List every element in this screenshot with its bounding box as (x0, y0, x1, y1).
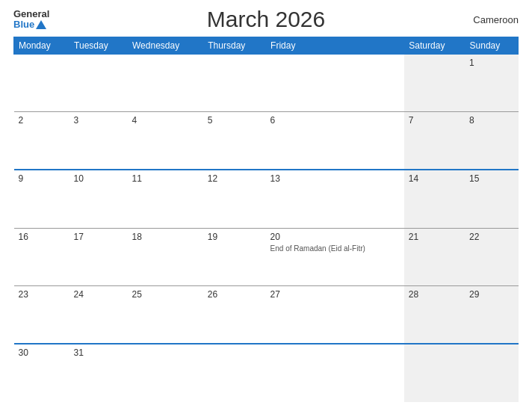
calendar-day-cell: 31 (69, 344, 128, 402)
calendar-day-cell: 10 (69, 170, 128, 228)
day-number: 16 (19, 232, 65, 242)
day-number: 8 (469, 115, 513, 126)
calendar-day-cell: 28 (404, 286, 465, 344)
calendar-day-cell: 8 (465, 112, 518, 170)
calendar-day-cell: 27 (266, 286, 404, 344)
day-number: 6 (270, 115, 400, 126)
day-number: 7 (409, 115, 460, 126)
calendar-day-cell (465, 344, 518, 402)
logo-general-text: General (13, 9, 49, 19)
calendar-day-cell: 2 (14, 112, 69, 170)
calendar-week-row: 1617181920End of Ramadan (Eid al-Fitr)21… (14, 228, 519, 286)
calendar-table: MondayTuesdayWednesdayThursdayFridaySatu… (13, 37, 519, 402)
calendar-day-cell: 16 (14, 228, 69, 286)
day-number: 13 (270, 173, 400, 184)
day-number: 21 (409, 232, 460, 242)
calendar-day-cell: 21 (404, 228, 465, 286)
weekday-header-monday: Monday (14, 37, 69, 54)
calendar-day-cell: 7 (404, 112, 465, 170)
calendar-day-cell: 19 (203, 228, 266, 286)
calendar-day-cell: 23 (14, 286, 69, 344)
day-number: 31 (74, 347, 123, 358)
logo-blue-text: Blue (13, 19, 46, 30)
day-number: 19 (208, 232, 262, 242)
weekday-header-thursday: Thursday (203, 37, 266, 54)
calendar-day-cell: 25 (128, 286, 203, 344)
day-number: 3 (74, 115, 123, 126)
logo-triangle-icon (36, 20, 46, 29)
day-number: 4 (132, 115, 199, 126)
day-number: 29 (469, 289, 513, 300)
calendar-day-cell: 11 (128, 170, 203, 228)
calendar-day-cell: 5 (203, 112, 266, 170)
day-number: 10 (74, 173, 123, 184)
calendar-day-cell (404, 344, 465, 402)
day-number: 23 (19, 289, 65, 300)
weekday-header-friday: Friday (266, 37, 404, 54)
day-number: 5 (208, 115, 262, 126)
holiday-label: End of Ramadan (Eid al-Fitr) (270, 244, 400, 253)
day-number: 30 (19, 347, 65, 358)
country-label: Cameroon (444, 14, 519, 25)
calendar-day-cell: 17 (69, 228, 128, 286)
calendar-day-cell: 4 (128, 112, 203, 170)
calendar-day-cell: 3 (69, 112, 128, 170)
calendar-day-cell (266, 54, 404, 112)
calendar-day-cell: 14 (404, 170, 465, 228)
calendar-day-cell: 6 (266, 112, 404, 170)
day-number: 27 (270, 289, 400, 300)
calendar-week-row: 2345678 (14, 112, 519, 170)
logo: General Blue (13, 9, 88, 31)
calendar-day-cell (203, 54, 266, 112)
calendar-week-row: 9101112131415 (14, 170, 519, 228)
day-number: 22 (469, 232, 513, 242)
calendar-week-row: 23242526272829 (14, 286, 519, 344)
calendar-day-cell (14, 54, 69, 112)
calendar-day-cell (128, 344, 203, 402)
day-number: 15 (469, 173, 513, 184)
calendar-day-cell (266, 344, 404, 402)
weekday-header-row: MondayTuesdayWednesdayThursdayFridaySatu… (14, 37, 519, 54)
calendar-day-cell (128, 54, 203, 112)
calendar-header: General Blue March 2026 Cameroon (13, 9, 519, 31)
calendar-day-cell: 13 (266, 170, 404, 228)
weekday-header-wednesday: Wednesday (128, 37, 203, 54)
calendar-week-row: 1 (14, 54, 519, 112)
day-number: 2 (19, 115, 65, 126)
day-number: 24 (74, 289, 123, 300)
calendar-day-cell (69, 54, 128, 112)
day-number: 17 (74, 232, 123, 242)
calendar-day-cell: 26 (203, 286, 266, 344)
calendar-day-cell: 1 (465, 54, 518, 112)
calendar-day-cell: 9 (14, 170, 69, 228)
calendar-day-cell: 24 (69, 286, 128, 344)
day-number: 26 (208, 289, 262, 300)
calendar-day-cell (404, 54, 465, 112)
calendar-day-cell: 29 (465, 286, 518, 344)
weekday-header-sunday: Sunday (465, 37, 518, 54)
day-number: 1 (469, 58, 513, 68)
day-number: 25 (132, 289, 199, 300)
calendar-day-cell: 20End of Ramadan (Eid al-Fitr) (266, 228, 404, 286)
calendar-week-row: 3031 (14, 344, 519, 402)
calendar-day-cell: 30 (14, 344, 69, 402)
day-number: 12 (208, 173, 262, 184)
calendar-day-cell: 18 (128, 228, 203, 286)
calendar-day-cell: 12 (203, 170, 266, 228)
page-title: March 2026 (207, 7, 325, 32)
day-number: 20 (270, 232, 400, 242)
weekday-header-saturday: Saturday (404, 37, 465, 54)
weekday-header-tuesday: Tuesday (69, 37, 128, 54)
calendar-day-cell: 22 (465, 228, 518, 286)
day-number: 11 (132, 173, 199, 184)
day-number: 14 (409, 173, 460, 184)
day-number: 28 (409, 289, 460, 300)
calendar-day-cell (203, 344, 266, 402)
day-number: 18 (132, 232, 199, 242)
calendar-day-cell: 15 (465, 170, 518, 228)
day-number: 9 (19, 173, 65, 184)
